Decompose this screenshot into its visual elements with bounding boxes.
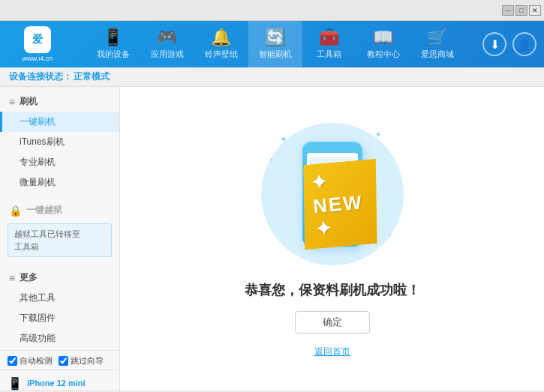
logo-icon: 爱	[24, 26, 51, 53]
sidebar-section-jailbreak-title: 一键越狱	[26, 204, 62, 217]
sidebar-section-flash-header: ≡ 刷机	[0, 91, 119, 112]
confirm-button[interactable]: 确定	[295, 311, 370, 334]
status-label: 设备连接状态：	[9, 70, 72, 83]
maximize-button[interactable]: □	[515, 5, 527, 16]
sparkle-3: ✦	[269, 157, 274, 163]
sparkle-2: ✦	[375, 130, 381, 139]
nav-item-ringtones[interactable]: 🔔 铃声壁纸	[194, 21, 248, 67]
title-bar: ─ □ ✕	[0, 0, 544, 21]
jailbreak-info-box: 越狱工具已转移至工具箱	[8, 223, 112, 257]
again-link[interactable]: 返回首页	[314, 346, 350, 358]
status-value: 正常模式	[74, 70, 110, 83]
nav-items: 📱 我的设备 🎮 应用游戏 🔔 铃声壁纸 🔄 智能刷机 🧰 工具箱 📖 教程中心…	[68, 21, 482, 67]
sidebar-item-download-firmware[interactable]: 下载固件	[0, 308, 119, 328]
new-text: ✦ NEW ✦	[310, 170, 364, 241]
tutorials-icon: 📖	[373, 29, 393, 46]
sidebar-item-advanced[interactable]: 高级功能	[0, 328, 119, 349]
skip-wizard-checkbox[interactable]: 跳过向导	[59, 355, 104, 367]
logo[interactable]: 爱 www.i4.cn	[8, 25, 68, 63]
main-area: ≡ 刷机 一键刷机 iTunes刷机 专业刷机 微量刷机 🔒 一键越狱	[0, 87, 544, 391]
nav-bar: 爱 www.i4.cn 📱 我的设备 🎮 应用游戏 🔔 铃声壁纸 🔄 智能刷机 …	[0, 21, 544, 67]
sidebar-item-one-click[interactable]: 一键刷机	[0, 112, 119, 132]
jailbreak-section-icon: 🔒	[9, 205, 22, 217]
device-phone-icon: 📱	[8, 376, 23, 391]
logo-text: www.i4.cn	[23, 55, 53, 62]
sidebar-item-other-tools[interactable]: 其他工具	[0, 288, 119, 308]
sidebar-item-data-flash[interactable]: 微量刷机	[0, 172, 119, 193]
nav-item-ringtones-label: 铃声壁纸	[205, 49, 238, 60]
nav-item-apps-games[interactable]: 🎮 应用游戏	[140, 21, 194, 67]
sparkle-4: ✦	[387, 232, 392, 239]
device-name: iPhone 12 mini	[27, 379, 86, 388]
sidebar-section-more-header: ≡ 更多	[0, 268, 119, 288]
nav-item-tutorials-label: 教程中心	[367, 49, 400, 60]
toolbox-icon: 🧰	[319, 29, 339, 46]
jailbreak-info-text: 越狱工具已转移至工具箱	[14, 229, 80, 251]
sparkle-1: ✦	[280, 134, 287, 145]
device-icon-row: 📱 iPhone 12 mini	[8, 376, 112, 391]
more-section-icon: ≡	[9, 272, 15, 284]
nav-right: ⬇ 👤	[482, 32, 536, 56]
status-bar: 设备连接状态： 正常模式	[0, 67, 544, 87]
checkboxes-row: 自动检测 跳过向导	[0, 350, 119, 370]
download-button[interactable]: ⬇	[482, 32, 506, 56]
smart-flash-icon: 🔄	[265, 29, 285, 46]
sidebar-device-info: 📱 iPhone 12 mini 64GB Down-12mini-13,1	[0, 370, 119, 392]
nav-item-brand-mall[interactable]: 🛒 爱思商城	[410, 21, 464, 67]
window-controls: ─ □ ✕	[502, 5, 541, 16]
minimize-button[interactable]: ─	[502, 5, 514, 16]
sidebar: ≡ 刷机 一键刷机 iTunes刷机 专业刷机 微量刷机 🔒 一键越狱	[0, 87, 120, 391]
close-button[interactable]: ✕	[529, 5, 541, 16]
my-device-icon: 📱	[103, 29, 123, 46]
content-area: ✦ ✦ ✦ ✦ ✦ NEW ✦ 恭喜您，保资料刷机成功啦！ 确定 返	[120, 87, 544, 391]
flash-section-icon: ≡	[9, 96, 15, 108]
phone-illustration: ✦ ✦ ✦ ✦ ✦ NEW ✦	[257, 119, 407, 269]
account-button[interactable]: 👤	[512, 32, 536, 56]
success-title: 恭喜您，保资料刷机成功啦！	[245, 281, 420, 299]
auto-connect-label: 自动检测	[20, 355, 53, 367]
auto-connect-input[interactable]	[8, 356, 17, 366]
new-banner-shape: ✦ NEW ✦	[297, 159, 383, 250]
nav-item-brand-mall-label: 爱思商城	[421, 49, 454, 60]
nav-item-toolbox-label: 工具箱	[317, 49, 341, 60]
nav-item-smart-flash[interactable]: 🔄 智能刷机	[248, 21, 302, 67]
skip-wizard-input[interactable]	[59, 356, 68, 366]
sidebar-section-flash-title: 刷机	[20, 95, 38, 108]
sidebar-section-more-title: 更多	[20, 271, 38, 284]
sidebar-section-more: ≡ 更多 其他工具 下载固件 高级功能	[0, 268, 119, 349]
sidebar-item-itunes-flash[interactable]: iTunes刷机	[0, 132, 119, 152]
brand-mall-icon: 🛒	[427, 29, 447, 46]
nav-item-tutorials[interactable]: 📖 教程中心	[356, 21, 410, 67]
sidebar-section-jailbreak: 🔒 一键越狱 越狱工具已转移至工具箱	[0, 200, 119, 260]
ringtones-icon: 🔔	[211, 29, 231, 46]
apps-games-icon: 🎮	[157, 29, 177, 46]
auto-connect-checkbox[interactable]: 自动检测	[8, 355, 53, 367]
nav-item-my-device[interactable]: 📱 我的设备	[86, 21, 140, 67]
skip-wizard-label: 跳过向导	[71, 355, 104, 367]
success-panel: ✦ ✦ ✦ ✦ ✦ NEW ✦ 恭喜您，保资料刷机成功啦！ 确定 返	[245, 119, 420, 358]
nav-item-apps-games-label: 应用游戏	[151, 49, 184, 60]
sidebar-item-pro-flash[interactable]: 专业刷机	[0, 152, 119, 172]
nav-item-my-device-label: 我的设备	[97, 49, 130, 60]
nav-item-toolbox[interactable]: 🧰 工具箱	[302, 21, 356, 67]
sidebar-section-jailbreak-header: 🔒 一键越狱	[0, 200, 119, 220]
new-banner: ✦ NEW ✦	[297, 159, 383, 250]
nav-item-smart-flash-label: 智能刷机	[259, 49, 292, 60]
sidebar-section-flash: ≡ 刷机 一键刷机 iTunes刷机 专业刷机 微量刷机	[0, 91, 119, 193]
